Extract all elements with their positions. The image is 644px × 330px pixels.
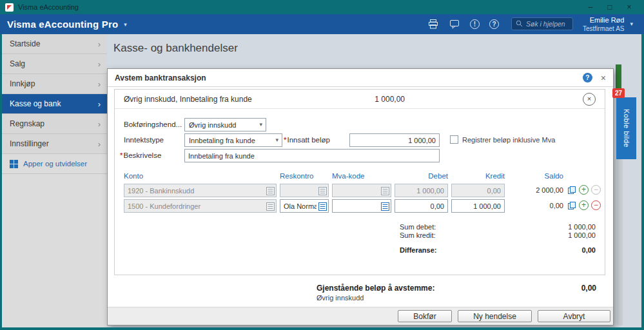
sidebar-item-label: Startside [10, 39, 40, 48]
sidebar-item-startside[interactable]: Startside › [2, 34, 107, 54]
window-title: Visma eAccounting [18, 3, 79, 11]
bokforingshendelse-dropdown[interactable]: Øvrig innskudd ▾ [184, 118, 266, 131]
sidebar-item-apper-og-utvidelser[interactable]: Apper og utvidelser [2, 154, 107, 174]
transaction-summary-text: Øvrig innskudd, Innbetaling fra kunde [124, 95, 252, 104]
window-border-bottom [0, 327, 644, 330]
help-search [511, 17, 573, 30]
remove-transaction-button[interactable]: × [583, 93, 596, 106]
sidebar: Startside › Salg › Innkjøp › Kasse og ba… [2, 34, 107, 327]
remove-row-button: − [591, 185, 601, 195]
help-icon[interactable]: ? [489, 19, 499, 29]
close-window-button[interactable]: × [620, 3, 639, 12]
column-header-reskontro: Reskontro [280, 172, 313, 180]
visma-logo-icon [5, 3, 14, 12]
debet-input[interactable] [395, 199, 448, 213]
mva-checkbox[interactable] [450, 135, 458, 144]
dialog-header-buttons: ? × [583, 73, 606, 82]
chevron-right-icon: › [98, 99, 101, 109]
chevron-down-icon: ▾ [275, 137, 278, 143]
konto-input [124, 199, 277, 213]
dialog-help-icon[interactable]: ? [583, 73, 592, 82]
help-search-input[interactable] [526, 20, 569, 28]
konto-lookup-icon [266, 186, 275, 195]
notifications-icon[interactable]: ! [470, 19, 480, 29]
sidebar-item-regnskap[interactable]: Regnskap › [2, 114, 107, 134]
konto-lookup-icon [266, 202, 275, 210]
mva-lookup-icon[interactable] [381, 202, 389, 210]
sidebar-item-innkjop[interactable]: Innkjøp › [2, 74, 107, 94]
app-header: Visma eAccounting Pro ▾ ! ? Emilie Rød T… [0, 14, 644, 34]
feedback-chat-icon[interactable] [449, 19, 460, 29]
dialog-close-icon[interactable]: × [601, 73, 606, 82]
ny-hendelse-button[interactable]: Ny hendelse [458, 310, 532, 322]
column-header-debet: Debet [395, 172, 448, 180]
mva-lookup-icon [381, 186, 389, 195]
dialog-title: Avstem banktransaksjon [115, 73, 206, 82]
transaction-summary-amount: 1 000,00 [289, 95, 405, 104]
koble-bilde-tab[interactable]: Koble bilde [616, 97, 636, 159]
add-row-button[interactable]: + [579, 185, 589, 195]
chevron-right-icon: › [98, 139, 101, 149]
innsatt-belop-label: *Innsatt beløp [284, 136, 330, 144]
mva-checkbox-row: Registrer beløp inklusive Mva [450, 135, 555, 144]
scrollbar-track[interactable] [617, 159, 623, 325]
inntektstype-value: Innbetaling fra kunde [189, 137, 255, 144]
header-actions: ! ? Emilie Rød Testfirmaet AS ▾ [427, 15, 637, 33]
search-icon [516, 18, 523, 30]
bokfor-button[interactable]: Bokfør [398, 310, 452, 322]
avstem-banktransaksjon-dialog: Avstem banktransaksjon ? × Øvrig innskud… [107, 68, 614, 325]
required-asterisk: * [284, 136, 286, 144]
table-row-1-konto-cell [124, 184, 277, 197]
print-icon[interactable] [427, 19, 439, 29]
user-menu-chevron-icon: ▾ [630, 21, 633, 27]
sidebar-item-kasse-og-bank[interactable]: Kasse og bank › [2, 94, 107, 114]
kredit-input [451, 184, 505, 197]
remaining-amount-value: 0,00 [581, 284, 596, 293]
transaction-summary-row: Øvrig innskudd, Innbetaling fra kunde 1 … [115, 90, 605, 109]
beskrivelse-label: *Beskrivelse [120, 151, 161, 159]
remove-row-button[interactable]: − [591, 200, 601, 210]
table-row-1-saldo: 2 000,00 [510, 186, 563, 194]
table-row-2-konto-cell [124, 199, 277, 213]
sidebar-item-label: Apper og utvidelser [23, 160, 87, 168]
add-row-button[interactable]: + [579, 200, 589, 210]
user-menu[interactable]: Emilie Rød Testfirmaet AS ▾ [583, 15, 633, 33]
reskontro-lookup-icon [318, 186, 327, 195]
window-border-left [0, 0, 2, 330]
remaining-amount-label: Gjenstående beløp å avstemme: [317, 284, 434, 293]
required-asterisk: * [120, 151, 122, 159]
chevron-right-icon: › [98, 119, 101, 129]
show-transactions-icon[interactable] [567, 201, 576, 210]
user-company: Testfirmaet AS [583, 24, 624, 33]
table-row-2-kredit-cell [451, 199, 505, 213]
scrollbar-thumb[interactable] [616, 64, 621, 90]
sidebar-item-label: Regnskap [10, 119, 44, 128]
inntektstype-label: Inntektstype [124, 136, 164, 144]
koble-bilde-label: Koble bilde [623, 109, 630, 148]
table-row-1-debet-cell [395, 184, 448, 197]
transaction-editor: Øvrig innskudd, Innbetaling fra kunde 1 … [114, 89, 605, 275]
minimize-button[interactable]: – [581, 3, 600, 12]
maximize-button[interactable]: □ [600, 3, 620, 12]
sidebar-item-label: Salg [10, 59, 25, 68]
bokforingshendelse-label: Bokføringshend... [124, 121, 182, 128]
dialog-footer: Bokfør Ny hendelse Avbryt [108, 307, 613, 325]
inntektstype-dropdown[interactable]: Innbetaling fra kunde ▾ [184, 133, 282, 147]
mva-checkbox-label: Registrer beløp inklusive Mva [462, 136, 555, 144]
innsatt-belop-input[interactable] [349, 133, 440, 147]
dialog-header: Avstem banktransaksjon ? × [108, 69, 613, 87]
kredit-input[interactable] [451, 199, 505, 213]
avbryt-button[interactable]: Avbryt [538, 310, 610, 322]
show-transactions-icon[interactable] [567, 186, 576, 195]
sidebar-item-salg[interactable]: Salg › [2, 54, 107, 74]
product-switcher-chevron-icon[interactable]: ▾ [124, 21, 127, 28]
window-border-right [641, 0, 644, 330]
sidebar-item-innstillinger[interactable]: Innstillinger › [2, 134, 107, 154]
chevron-right-icon: › [98, 59, 101, 69]
reskontro-lookup-icon[interactable] [318, 202, 327, 210]
table-row-2-reskontro-cell [280, 199, 329, 213]
table-row-1-reskontro-cell [280, 184, 329, 197]
sidebar-item-label: Innstillinger [10, 139, 49, 148]
chevron-down-icon: ▾ [259, 121, 262, 128]
beskrivelse-input[interactable] [184, 149, 440, 162]
